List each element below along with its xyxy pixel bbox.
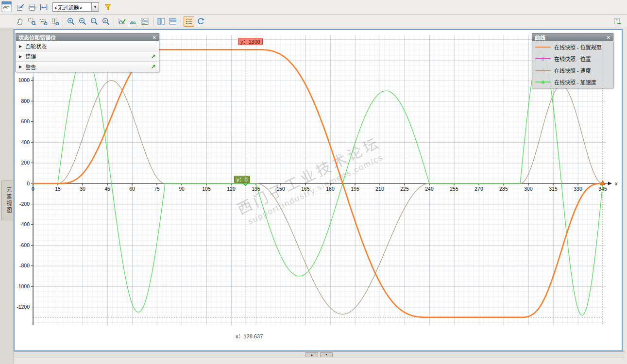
svg-text:195: 195 bbox=[351, 186, 359, 192]
close-icon[interactable]: × bbox=[607, 34, 610, 40]
zoom-vertical-button[interactable] bbox=[50, 16, 60, 27]
overlay-curves-icon bbox=[129, 17, 138, 26]
toolbar-separator bbox=[181, 17, 181, 26]
cursor-yzero-label[interactable]: y：0 bbox=[234, 176, 250, 183]
svg-text:-400: -400 bbox=[19, 221, 30, 227]
svg-text:300: 300 bbox=[524, 186, 533, 192]
zoom-horizontal-button[interactable] bbox=[38, 16, 49, 27]
zoom-vertical-icon bbox=[51, 17, 59, 26]
split-horizontal-button[interactable] bbox=[168, 16, 178, 27]
svg-text:0: 0 bbox=[32, 186, 34, 192]
bottom-splitter[interactable]: ▲ ▼ bbox=[14, 351, 625, 358]
pan-hand-icon bbox=[16, 17, 24, 26]
expander-icon[interactable]: ▶ bbox=[19, 65, 22, 69]
open-link-icon[interactable]: ↗ bbox=[151, 63, 156, 70]
snapshot-button[interactable] bbox=[195, 16, 206, 27]
fit-width-button[interactable] bbox=[38, 2, 49, 13]
svg-text:270: 270 bbox=[474, 186, 483, 192]
fit-width-icon bbox=[39, 3, 48, 12]
split-vertical-button[interactable] bbox=[156, 16, 167, 27]
curve-marker-icon: ◆ bbox=[541, 80, 545, 84]
stacked-charts-icon bbox=[141, 17, 150, 26]
toolbar-separator bbox=[114, 17, 114, 26]
main-toolbar: <无过滤器> ▼ bbox=[0, 0, 627, 15]
svg-text:150: 150 bbox=[276, 186, 285, 192]
zoom-100-button[interactable]: 100% bbox=[89, 16, 100, 27]
svg-text:-1200: -1200 bbox=[17, 304, 30, 310]
svg-text:1000: 1000 bbox=[18, 77, 30, 83]
svg-text:240: 240 bbox=[425, 186, 434, 192]
element-view-tab[interactable]: 元素视图 bbox=[1, 181, 13, 220]
svg-text:255: 255 bbox=[450, 186, 458, 192]
svg-text:30: 30 bbox=[80, 186, 85, 192]
add-measurement-icon bbox=[16, 3, 25, 12]
filter-funnel-icon bbox=[103, 3, 112, 12]
left-rail: 元素视图 bbox=[0, 28, 14, 364]
legend-item-position-spec[interactable]: 在线快照 - 位置规范 bbox=[532, 41, 613, 53]
svg-text:285: 285 bbox=[499, 186, 508, 192]
export-button[interactable] bbox=[612, 16, 623, 27]
filter-button[interactable] bbox=[102, 2, 113, 13]
open-link-icon[interactable]: ↗ bbox=[151, 53, 156, 60]
curves-legend-panel: 曲线 × 在线快照 - 位置规范 + 在线快照 - 位置 △ 在线快照 - 速度… bbox=[532, 33, 613, 88]
zoom-out-button[interactable] bbox=[77, 16, 88, 27]
chart-canvas[interactable]: 西门子工业技术论坛 support.industry.siemens.com/c… bbox=[14, 29, 623, 351]
zoom-fit-button[interactable] bbox=[101, 16, 111, 27]
print-button[interactable] bbox=[27, 2, 37, 13]
plot-svg: x015304560759010512013515016518019521022… bbox=[15, 30, 622, 350]
legend-toggle-button[interactable] bbox=[184, 16, 194, 27]
status-row-warnings[interactable]: ▶ 警告 ↗ bbox=[16, 62, 159, 72]
zoom-horizontal-icon bbox=[39, 17, 48, 26]
printer-icon bbox=[28, 3, 36, 12]
expander-icon: ▶ bbox=[19, 44, 22, 49]
expander-icon[interactable]: ▶ bbox=[19, 54, 22, 59]
chart-toolbar: 100% bbox=[0, 15, 627, 28]
svg-text:345: 345 bbox=[598, 186, 607, 192]
stacked-charts-button[interactable] bbox=[140, 16, 151, 27]
close-icon[interactable]: × bbox=[153, 34, 156, 40]
split-horizontal-icon bbox=[169, 17, 177, 26]
split-vertical-icon bbox=[157, 17, 166, 26]
svg-text:60: 60 bbox=[129, 186, 135, 192]
toolbar-separator bbox=[63, 17, 63, 26]
filter-dropdown[interactable]: <无过滤器> ▼ bbox=[52, 2, 99, 12]
svg-text:135: 135 bbox=[252, 186, 260, 192]
svg-text:120: 120 bbox=[227, 186, 236, 192]
legend-item-position[interactable]: + 在线快照 - 位置 bbox=[532, 53, 613, 65]
splitter-down-button[interactable]: ▼ bbox=[320, 352, 333, 357]
svg-text:-800: -800 bbox=[19, 263, 30, 268]
curve-swatch: + bbox=[535, 55, 551, 62]
svg-text:400: 400 bbox=[21, 139, 30, 145]
add-measurement-button[interactable] bbox=[15, 2, 26, 13]
toolbar-separator bbox=[153, 17, 153, 26]
trace-panel-icon[interactable] bbox=[1, 1, 13, 14]
status-panel-titlebar: 状态位和错误位 × bbox=[16, 33, 159, 41]
overlay-curves-button[interactable] bbox=[128, 16, 139, 27]
svg-text:105: 105 bbox=[202, 186, 211, 192]
cursor-ymax-label[interactable]: y：1300 bbox=[238, 38, 263, 45]
status-row-label: 错误 bbox=[25, 52, 36, 60]
svg-text:600: 600 bbox=[21, 118, 30, 124]
legend-item-velocity[interactable]: △ 在线快照 - 速度 bbox=[532, 65, 613, 76]
legend-panel-titlebar: 曲线 × bbox=[532, 33, 613, 41]
svg-text:-1000: -1000 bbox=[17, 283, 30, 289]
zoom-in-button[interactable] bbox=[66, 16, 76, 27]
svg-text:-200: -200 bbox=[19, 201, 30, 207]
curve-marker-icon: + bbox=[541, 55, 545, 62]
svg-text:225: 225 bbox=[400, 186, 409, 192]
legend-panel-title: 曲线 bbox=[535, 33, 545, 41]
status-row-cam-state[interactable]: ▶ 凸轮状态 ↗ bbox=[16, 41, 159, 51]
svg-text:180: 180 bbox=[326, 186, 335, 192]
snapshot-refresh-icon bbox=[196, 17, 205, 26]
measurement-check-button[interactable] bbox=[117, 16, 127, 27]
zoom-area-icon bbox=[27, 17, 36, 26]
splitter-up-button[interactable]: ▲ bbox=[305, 352, 318, 357]
zoom-area-button[interactable] bbox=[26, 16, 37, 27]
dropdown-arrow-icon[interactable]: ▼ bbox=[91, 3, 99, 11]
status-row-errors[interactable]: ▶ 错误 ↗ bbox=[16, 51, 159, 62]
svg-text:800: 800 bbox=[21, 98, 30, 104]
curve-swatch: ◆ bbox=[535, 79, 551, 85]
svg-text:165: 165 bbox=[301, 186, 310, 192]
pan-button[interactable] bbox=[15, 16, 25, 27]
legend-item-acceleration[interactable]: ◆ 在线快照 - 加速度 bbox=[532, 76, 613, 88]
